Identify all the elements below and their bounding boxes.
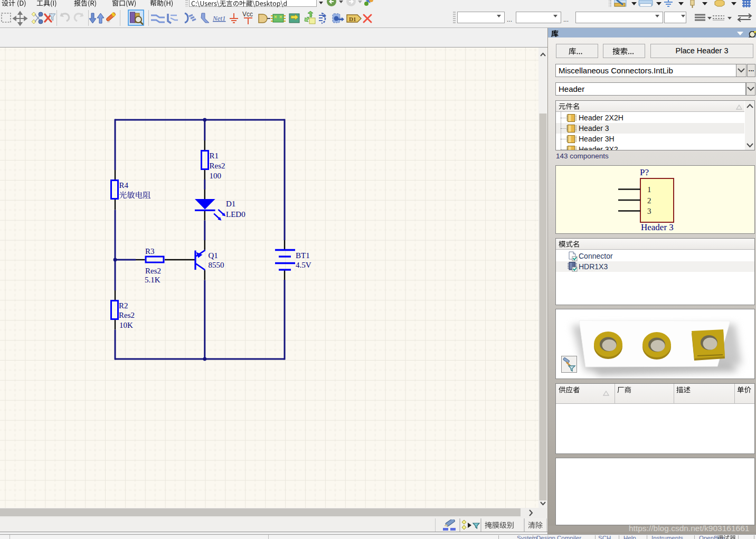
svg-text:Res2: Res2 xyxy=(210,162,225,170)
svg-text:Vcc: Vcc xyxy=(242,11,253,18)
svg-text:100: 100 xyxy=(210,172,222,180)
svg-text:Net1: Net1 xyxy=(212,14,226,22)
svg-text:R2: R2 xyxy=(119,301,128,310)
svg-text:4.5V: 4.5V xyxy=(296,261,311,269)
svg-text:1: 1 xyxy=(647,185,651,194)
svg-text:8550: 8550 xyxy=(209,261,224,269)
svg-text:BT1: BT1 xyxy=(296,251,310,260)
svg-text:D1: D1 xyxy=(349,16,356,22)
svg-text:2: 2 xyxy=(647,196,651,205)
svg-text:R1: R1 xyxy=(210,152,219,160)
svg-text:P?: P? xyxy=(640,167,649,177)
svg-text:Res2: Res2 xyxy=(145,267,161,275)
svg-text:Q1: Q1 xyxy=(209,251,218,260)
svg-text:5.1K: 5.1K xyxy=(145,276,160,284)
svg-text:R4: R4 xyxy=(119,181,129,190)
svg-text:R3: R3 xyxy=(145,247,155,256)
svg-text:LED0: LED0 xyxy=(226,210,245,219)
svg-text:D1: D1 xyxy=(226,200,235,208)
svg-text:3: 3 xyxy=(647,207,651,215)
svg-text:Res2: Res2 xyxy=(119,311,135,319)
svg-text:Header 3: Header 3 xyxy=(641,222,674,232)
svg-text:10K: 10K xyxy=(119,321,133,329)
